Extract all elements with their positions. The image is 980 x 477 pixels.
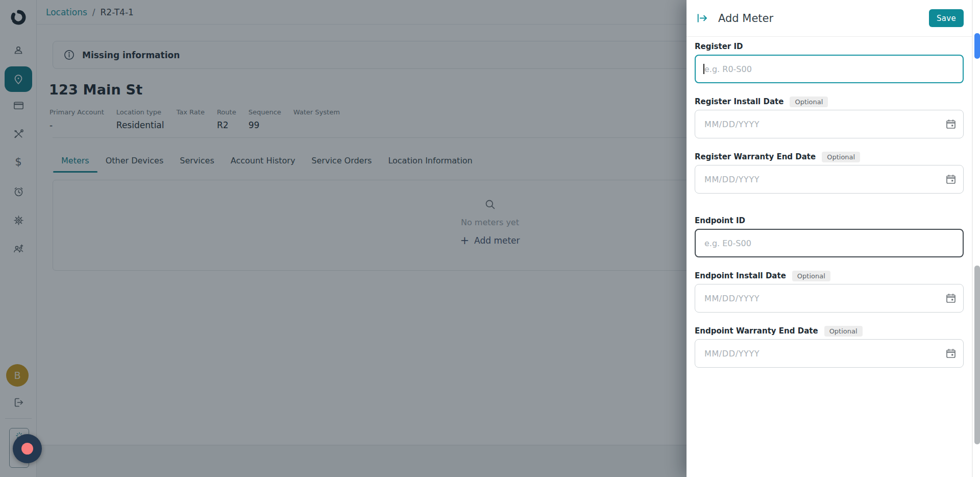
register-id-input[interactable]: [695, 55, 964, 83]
save-button[interactable]: Save: [929, 9, 964, 27]
calendar-icon[interactable]: [945, 118, 957, 130]
add-meter-form: Register ID Register Install Date Option…: [687, 41, 972, 368]
field-endpoint-id: Endpoint ID: [695, 215, 964, 257]
optional-badge: Optional: [824, 326, 863, 337]
add-meter-drawer: Add Meter Save Register ID Register Inst…: [687, 0, 972, 477]
field-label: Endpoint ID: [695, 216, 745, 225]
chat-launcher-button[interactable]: [13, 434, 42, 463]
field-register-install-date: Register Install Date Optional: [695, 96, 964, 138]
calendar-icon[interactable]: [945, 173, 957, 185]
recording-dot-icon: [21, 443, 33, 455]
endpoint-install-date-input[interactable]: [695, 284, 964, 313]
endpoint-id-input[interactable]: [695, 229, 964, 257]
field-label: Register ID: [695, 42, 743, 51]
window-scrollbar: [972, 0, 980, 477]
register-warranty-end-date-input[interactable]: [695, 165, 964, 194]
drawer-title: Add Meter: [718, 12, 773, 25]
text-cursor: [703, 64, 704, 74]
optional-badge: Optional: [792, 271, 830, 281]
field-register-id: Register ID: [695, 41, 964, 83]
drawer-header: Add Meter Save: [687, 0, 972, 37]
field-endpoint-warranty-end-date: Endpoint Warranty End Date Optional: [695, 325, 964, 368]
register-install-date-input[interactable]: [695, 110, 964, 138]
calendar-icon[interactable]: [945, 347, 957, 360]
field-label: Register Install Date: [695, 97, 783, 106]
field-register-warranty-end-date: Register Warranty End Date Optional: [695, 151, 964, 194]
field-label: Endpoint Install Date: [695, 271, 786, 280]
collapse-right-icon: [696, 12, 708, 25]
scrollbar-thumb[interactable]: [974, 266, 980, 444]
field-label: Endpoint Warranty End Date: [695, 326, 818, 336]
optional-badge: Optional: [822, 152, 860, 162]
app-screen: $: [0, 0, 980, 477]
endpoint-warranty-end-date-input[interactable]: [695, 339, 964, 368]
calendar-icon[interactable]: [945, 292, 957, 304]
field-label: Register Warranty End Date: [695, 152, 816, 161]
scrollbar-thumb-secondary[interactable]: [974, 33, 980, 59]
field-endpoint-install-date: Endpoint Install Date Optional: [695, 270, 964, 313]
optional-badge: Optional: [790, 97, 828, 107]
close-drawer-button[interactable]: [695, 11, 709, 26]
